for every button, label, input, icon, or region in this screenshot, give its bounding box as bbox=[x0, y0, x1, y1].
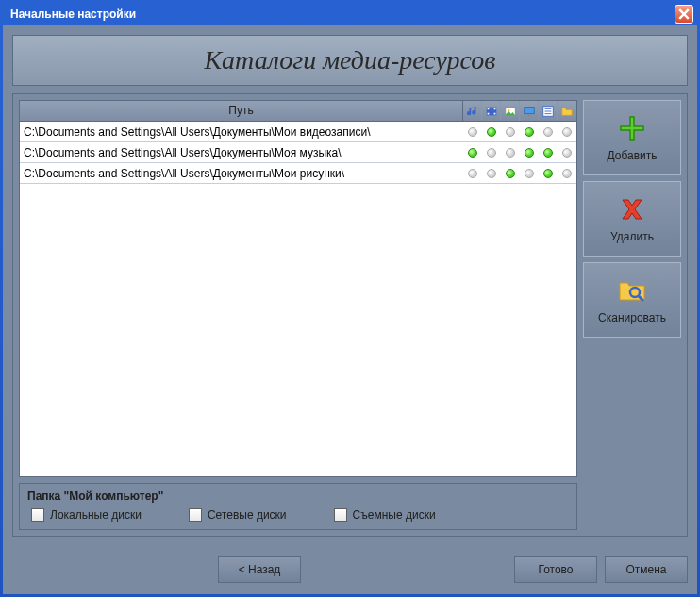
flag-cell[interactable] bbox=[558, 169, 576, 178]
close-button[interactable] bbox=[675, 5, 693, 24]
delete-button-label: Удалить bbox=[610, 230, 654, 243]
dot-off-icon bbox=[487, 169, 496, 178]
local-disks-checkbox[interactable]: Локальные диски bbox=[31, 508, 142, 522]
dot-on-icon bbox=[543, 169, 553, 178]
add-icon bbox=[617, 113, 647, 143]
removable-disks-label: Съемные диски bbox=[353, 508, 436, 522]
screen-icon bbox=[523, 105, 536, 118]
dot-off-icon bbox=[562, 169, 572, 178]
path-cell: C:\Documents and Settings\All Users\Доку… bbox=[20, 125, 463, 139]
flag-cell[interactable] bbox=[539, 127, 558, 137]
dot-off-icon bbox=[562, 148, 572, 158]
paths-table: Путь bbox=[19, 100, 577, 477]
svg-rect-8 bbox=[527, 114, 531, 116]
scan-icon bbox=[617, 275, 647, 306]
side-buttons: Добавить Удалить bbox=[583, 100, 681, 530]
disks-group-label: Папка "Мой компьютер" bbox=[25, 488, 571, 508]
add-button[interactable]: Добавить bbox=[583, 100, 681, 175]
column-header-folder[interactable] bbox=[558, 101, 576, 121]
network-disks-label: Сетевые диски bbox=[208, 508, 287, 522]
left-area: Путь bbox=[19, 100, 577, 530]
dot-off-icon bbox=[468, 127, 477, 137]
folder-icon bbox=[560, 105, 574, 118]
dot-on-icon bbox=[525, 148, 534, 158]
column-header-list[interactable] bbox=[539, 101, 558, 121]
dot-on-icon bbox=[543, 148, 553, 158]
local-disks-label: Локальные диски bbox=[50, 508, 142, 522]
dot-off-icon bbox=[506, 127, 515, 137]
window-title: Начальные настройки bbox=[10, 8, 675, 21]
column-header-path[interactable]: Путь bbox=[20, 101, 463, 121]
network-disks-checkbox[interactable]: Сетевые диски bbox=[189, 508, 287, 522]
bottom-bar: < Назад Готово Отмена bbox=[12, 555, 688, 585]
checkbox-icon bbox=[334, 508, 347, 522]
video-icon bbox=[485, 105, 498, 118]
flag-cell[interactable] bbox=[520, 148, 539, 158]
flag-cell[interactable] bbox=[539, 148, 558, 158]
svg-rect-1 bbox=[487, 108, 489, 109]
flag-cell[interactable] bbox=[463, 127, 482, 137]
checkbox-icon bbox=[31, 508, 44, 522]
path-cell: C:\Documents and Settings\All Users\Доку… bbox=[20, 146, 463, 159]
add-button-label: Добавить bbox=[607, 149, 657, 162]
audio-icon bbox=[466, 105, 479, 118]
scan-button[interactable]: Сканировать bbox=[583, 262, 681, 338]
disks-group: Папка "Мой компьютер" Локальные диски Се… bbox=[19, 483, 577, 530]
dot-on-icon bbox=[468, 148, 477, 158]
table-header: Путь bbox=[20, 101, 576, 122]
scan-button-label: Сканировать bbox=[598, 311, 666, 324]
back-button[interactable]: < Назад bbox=[218, 556, 301, 583]
flag-cell[interactable] bbox=[463, 169, 482, 178]
titlebar[interactable]: Начальные настройки bbox=[3, 3, 697, 25]
checkbox-icon bbox=[189, 508, 202, 522]
flag-cell[interactable] bbox=[482, 148, 501, 158]
table-row[interactable]: C:\Documents and Settings\All Users\Доку… bbox=[20, 142, 576, 163]
picture-icon bbox=[504, 105, 517, 118]
flag-cell[interactable] bbox=[520, 127, 539, 137]
flag-cell[interactable] bbox=[539, 169, 558, 178]
column-header-audio[interactable] bbox=[463, 101, 482, 121]
dot-on-icon bbox=[506, 169, 515, 178]
svg-rect-2 bbox=[493, 108, 495, 109]
table-body: C:\Documents and Settings\All Users\Доку… bbox=[20, 122, 576, 476]
removable-disks-checkbox[interactable]: Съемные диски bbox=[334, 508, 436, 522]
column-header-video[interactable] bbox=[482, 101, 501, 121]
flag-cell[interactable] bbox=[501, 169, 520, 178]
dot-off-icon bbox=[525, 169, 534, 178]
window-frame: Начальные настройки Каталоги медиа-ресур… bbox=[0, 0, 700, 597]
flag-cell[interactable] bbox=[482, 127, 501, 137]
dot-off-icon bbox=[468, 169, 477, 178]
flag-cell[interactable] bbox=[520, 169, 539, 178]
page-header: Каталоги медиа-ресурсов bbox=[12, 35, 688, 86]
column-header-picture[interactable] bbox=[501, 101, 520, 121]
flag-cell[interactable] bbox=[463, 148, 482, 158]
dot-off-icon bbox=[562, 127, 572, 137]
column-header-screen[interactable] bbox=[520, 101, 539, 121]
close-icon bbox=[678, 8, 690, 20]
dot-on-icon bbox=[487, 127, 496, 137]
svg-rect-7 bbox=[524, 107, 534, 113]
list-icon bbox=[542, 105, 555, 118]
client-area: Каталоги медиа-ресурсов Путь bbox=[3, 25, 697, 594]
page-title: Каталоги медиа-ресурсов bbox=[205, 45, 496, 75]
finish-button[interactable]: Готово bbox=[514, 556, 597, 583]
dot-off-icon bbox=[487, 148, 496, 158]
dot-off-icon bbox=[543, 127, 553, 137]
flag-cell[interactable] bbox=[558, 148, 576, 158]
delete-button[interactable]: Удалить bbox=[583, 181, 681, 257]
flag-cell[interactable] bbox=[501, 127, 520, 137]
disks-row: Локальные диски Сетевые диски Съемные ди… bbox=[25, 508, 571, 522]
flag-cell[interactable] bbox=[501, 148, 520, 158]
flag-cell[interactable] bbox=[558, 127, 576, 137]
table-row[interactable]: C:\Documents and Settings\All Users\Доку… bbox=[20, 122, 576, 142]
flag-cell[interactable] bbox=[482, 169, 501, 178]
svg-rect-3 bbox=[487, 112, 489, 114]
main-panel: Путь bbox=[12, 93, 688, 537]
delete-icon bbox=[617, 194, 647, 224]
dot-on-icon bbox=[525, 127, 534, 137]
svg-rect-4 bbox=[493, 112, 495, 114]
table-row[interactable]: C:\Documents and Settings\All Users\Доку… bbox=[20, 163, 576, 184]
cancel-button[interactable]: Отмена bbox=[605, 556, 688, 583]
dot-off-icon bbox=[506, 148, 515, 158]
path-cell: C:\Documents and Settings\All Users\Доку… bbox=[20, 167, 463, 180]
